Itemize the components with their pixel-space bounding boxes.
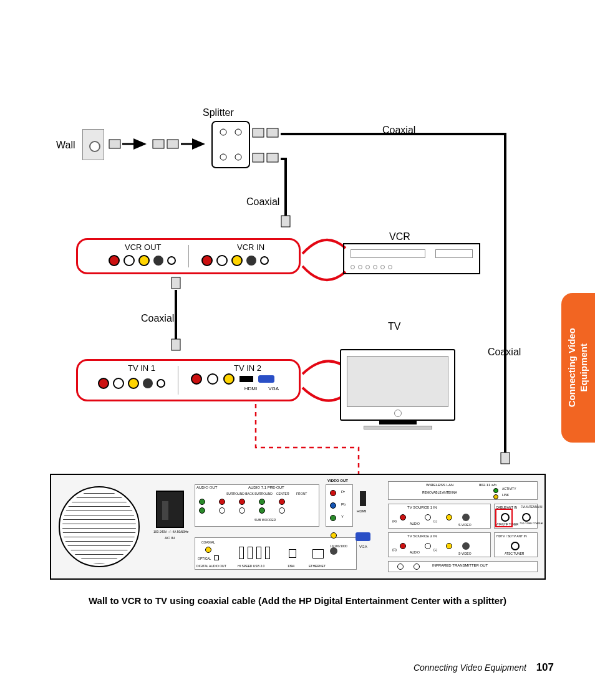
- activity-label: ACTIVITY: [502, 487, 516, 491]
- wlan-panel: WIRELESS LAN 802.11 a/b REMOVABLE ANTENN…: [388, 481, 538, 500]
- tv-src2-panel: TV SOURCE 2 IN (R) AUDIO (L) S-VIDEO: [388, 532, 491, 557]
- section-tab-text: Connecting VideoEquipment: [566, 328, 590, 407]
- footer-section: Connecting Video Equipment: [414, 663, 526, 673]
- svideo-icon: [143, 378, 153, 388]
- rca-white-icon: [216, 255, 228, 266]
- label-wall: Wall: [56, 140, 75, 151]
- svg-rect-5: [212, 122, 249, 168]
- audio-label: AUDIO: [410, 522, 420, 525]
- svg-rect-11: [267, 128, 278, 137]
- fm-split-label: 75Ω / /SEE COAXIAL: [520, 522, 543, 525]
- rem-ant-label: REMOVABLE ANTENNA: [422, 491, 457, 494]
- video-out-panel: VIDEO OUT Pr Pb Y: [326, 484, 353, 527]
- svg-rect-14: [267, 153, 278, 162]
- label-vcr: VCR: [389, 231, 410, 242]
- rca-yellow-icon: [128, 378, 139, 389]
- label-coaxial-left: Coaxial: [141, 313, 174, 324]
- svg-point-7: [235, 129, 241, 135]
- svg-rect-17: [172, 339, 180, 350]
- vcr-out-title: VCR OUT: [125, 242, 162, 252]
- svg-rect-2: [153, 140, 164, 148]
- section-tab: Connecting VideoEquipment: [561, 293, 595, 443]
- usb-label: HI SPEED USB 2.0: [238, 564, 264, 568]
- wallplate-icon: [82, 129, 104, 160]
- svg-rect-12: [501, 453, 510, 464]
- rca-red-icon: [191, 373, 202, 385]
- svideo-label: S-VIDEO: [458, 523, 472, 527]
- label-coaxial-top: Coaxial: [382, 125, 415, 136]
- tv-device-icon: [340, 349, 455, 429]
- coax-label: COAXIAL: [201, 540, 215, 544]
- vcr-out-group: [104, 255, 181, 266]
- figure-caption: Wall to VCR to TV using coaxial cable (A…: [0, 595, 595, 606]
- pb-label: Pb: [341, 502, 346, 506]
- vcr-device-icon: [343, 243, 480, 274]
- ac-spec-label: 100-240V ~/- 4A 50/60Hz: [153, 530, 188, 534]
- highlight-cable-ant-in: [495, 509, 513, 527]
- audio-r2-label: (R): [392, 548, 397, 552]
- audio-label2: AUDIO: [410, 550, 420, 554]
- rca-yellow-icon: [138, 255, 150, 266]
- sub-label: SUB WOOFER: [254, 518, 276, 522]
- hdmi-icon: [239, 376, 253, 382]
- svg-rect-0: [109, 140, 120, 148]
- rca-red-icon: [201, 255, 213, 266]
- svideo-label2: S-VIDEO: [458, 552, 472, 555]
- audio-r-label: (R): [392, 519, 397, 523]
- svg-rect-3: [167, 140, 178, 148]
- pr-label: Pr: [341, 490, 345, 494]
- tv-src2-label: TV SOURCE 2 IN: [407, 534, 437, 538]
- hdmi-label: HDMI: [244, 386, 257, 391]
- callout-vcr-ports: VCR OUT VCR IN: [76, 238, 301, 274]
- svg-rect-16: [172, 277, 180, 289]
- svg-point-8: [220, 154, 226, 160]
- fw-label: 1394: [288, 564, 294, 568]
- audio-pre-label: AUDIO 7.1 PRE-OUT: [248, 486, 284, 489]
- power-inlet-icon: [156, 491, 184, 528]
- wlan-std-label: 802.11 a/b: [479, 483, 496, 487]
- svideo-icon: [153, 256, 163, 266]
- svg-point-9: [235, 154, 241, 160]
- ir-label: INFRARED TRANSMITTER OUT: [432, 563, 488, 567]
- tv-in2-group: HDMI VGA: [186, 373, 284, 391]
- eth-label: ETHERNET: [309, 564, 326, 568]
- label-splitter: Splitter: [203, 107, 234, 118]
- audio-panel: AUDIO OUT AUDIO 7.1 PRE-OUT SURROUND BAC…: [195, 484, 319, 527]
- label-coaxial-right: Coaxial: [488, 347, 521, 358]
- label-tv: TV: [388, 321, 400, 332]
- audio-out-label: AUDIO OUT: [196, 486, 217, 489]
- optical-label: OPTICAL: [198, 557, 211, 560]
- hdmi-label: HDMI: [357, 509, 366, 513]
- divider-icon: [188, 245, 189, 267]
- tv-in2-title: TV IN 2: [234, 363, 261, 373]
- front-label: FRONT: [296, 492, 307, 496]
- sb-label: SURROUND BACK: [226, 492, 254, 496]
- coax-icon: [157, 379, 165, 388]
- vcr-in-title: VCR IN: [237, 242, 264, 252]
- coax-icon: [260, 256, 269, 265]
- svideo-icon: [246, 256, 256, 266]
- svg-rect-13: [253, 153, 264, 162]
- vga-label: VGA: [268, 386, 279, 391]
- coax-icon: [167, 256, 176, 265]
- svg-point-6: [220, 129, 226, 135]
- atsc-label: ATSC TUNER: [505, 552, 524, 555]
- vcr-in-group: [196, 255, 274, 266]
- tv-in1-group: [93, 378, 170, 389]
- tv-src1-label: TV SOURCE 1 IN: [407, 506, 437, 509]
- y-label: Y: [341, 515, 344, 519]
- dec-rear-panel: 100-240V ~/- 4A 50/60Hz AC IN AUDIO OUT …: [50, 474, 546, 580]
- page-number: 107: [536, 661, 554, 674]
- tv-in1-title: TV IN 1: [128, 363, 155, 373]
- audio-l22-label: (L): [433, 548, 437, 552]
- divider-icon: [178, 366, 178, 395]
- link-label: LINK: [502, 493, 509, 497]
- rca-red-icon: [98, 378, 109, 389]
- fm-ant-label: FM ANTENNA IN: [521, 506, 543, 509]
- wlan-label: WIRELESS LAN: [426, 483, 453, 487]
- ac-in-label: AC IN: [165, 536, 175, 540]
- hdtv-ant-label: HDTV / SDTV ANT IN: [496, 534, 527, 538]
- center-label: CENTER: [276, 492, 289, 496]
- vga-label: VGA: [359, 545, 367, 549]
- document-page: Wall Splitter Coaxial Coaxial Coaxial Co…: [0, 0, 595, 700]
